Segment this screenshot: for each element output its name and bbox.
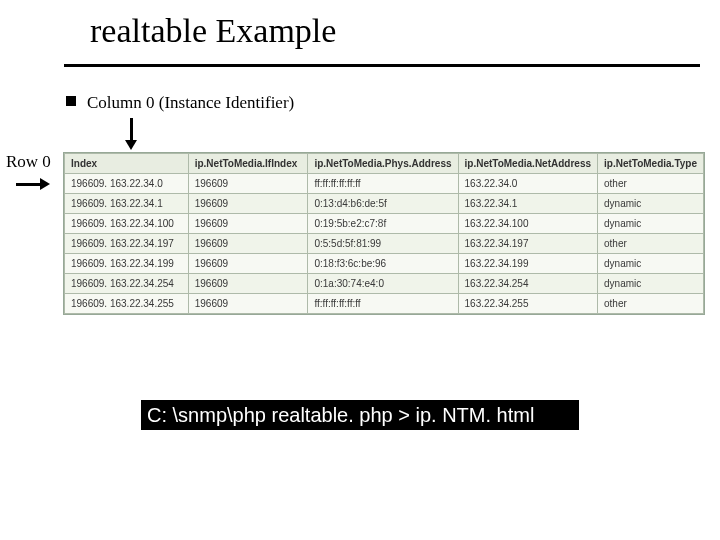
table-cell: 0:1a:30:74:e4:0 [308, 274, 458, 294]
table-cell: 196609 [188, 194, 308, 214]
slide: realtable Example Column 0 (Instance Ide… [0, 0, 720, 540]
table-cell: 196609 [188, 294, 308, 314]
table-cell: 163.22.34.100 [458, 214, 598, 234]
row-zero-label: Row 0 [6, 152, 51, 172]
table-cell: 196609. 163.22.34.100 [65, 214, 189, 234]
table-cell: 0:5:5d:5f:81:99 [308, 234, 458, 254]
table-cell: 163.22.34.199 [458, 254, 598, 274]
table-cell: 196609. 163.22.34.1 [65, 194, 189, 214]
table-cell: 163.22.34.254 [458, 274, 598, 294]
title-underline [64, 64, 700, 67]
table-cell: 196609. 163.22.34.197 [65, 234, 189, 254]
arrow-right-icon [16, 174, 50, 192]
table-cell: dynamic [598, 214, 704, 234]
table-cell: 196609. 163.22.34.255 [65, 294, 189, 314]
col-header: Index [65, 154, 189, 174]
bullet-icon [66, 96, 76, 106]
table-cell: other [598, 294, 704, 314]
table-cell: dynamic [598, 194, 704, 214]
page-title: realtable Example [90, 12, 336, 50]
table-row: 196609. 163.22.34.11966090:13:d4:b6:de:5… [65, 194, 704, 214]
table-cell: 163.22.34.197 [458, 234, 598, 254]
table-cell: 163.22.34.1 [458, 194, 598, 214]
col-header: ip.NetToMedia.IfIndex [188, 154, 308, 174]
table-cell: 196609. 163.22.34.254 [65, 274, 189, 294]
table-cell: 196609 [188, 274, 308, 294]
table-cell: 196609 [188, 234, 308, 254]
table-cell: 196609. 163.22.34.0 [65, 174, 189, 194]
table-cell: other [598, 174, 704, 194]
col-header: ip.NetToMedia.NetAddress [458, 154, 598, 174]
table-row: 196609. 163.22.34.0196609ff:ff:ff:ff:ff:… [65, 174, 704, 194]
table-cell: ff:ff:ff:ff:ff:ff [308, 294, 458, 314]
col-header: ip.NetToMedia.Phys.Address [308, 154, 458, 174]
table-cell: 0:13:d4:b6:de:5f [308, 194, 458, 214]
table-cell: 196609 [188, 214, 308, 234]
table-cell: other [598, 234, 704, 254]
table-cell: 163.22.34.255 [458, 294, 598, 314]
col-header: ip.NetToMedia.Type [598, 154, 704, 174]
arrow-down-icon [125, 118, 137, 150]
table-cell: 163.22.34.0 [458, 174, 598, 194]
table-cell: 196609. 163.22.34.199 [65, 254, 189, 274]
table-cell: 0:19:5b:e2:c7:8f [308, 214, 458, 234]
table-cell: 0:18:f3:6c:be:96 [308, 254, 458, 274]
table-row: 196609. 163.22.34.2541966090:1a:30:74:e4… [65, 274, 704, 294]
table-cell: dynamic [598, 254, 704, 274]
table-row: 196609. 163.22.34.1971966090:5:5d:5f:81:… [65, 234, 704, 254]
table-row: 196609. 163.22.34.1001966090:19:5b:e2:c7… [65, 214, 704, 234]
table-cell: dynamic [598, 274, 704, 294]
column-zero-label: Column 0 (Instance Identifier) [87, 93, 294, 113]
data-table: Index ip.NetToMedia.IfIndex ip.NetToMedi… [63, 152, 705, 315]
table-cell: 196609 [188, 174, 308, 194]
table-cell: 196609 [188, 254, 308, 274]
table-cell: ff:ff:ff:ff:ff:ff [308, 174, 458, 194]
table-row: 196609. 163.22.34.1991966090:18:f3:6c:be… [65, 254, 704, 274]
command-line: C: \snmp\php realtable. php > ip. NTM. h… [141, 400, 579, 430]
table-row: 196609. 163.22.34.255196609ff:ff:ff:ff:f… [65, 294, 704, 314]
table-header-row: Index ip.NetToMedia.IfIndex ip.NetToMedi… [65, 154, 704, 174]
